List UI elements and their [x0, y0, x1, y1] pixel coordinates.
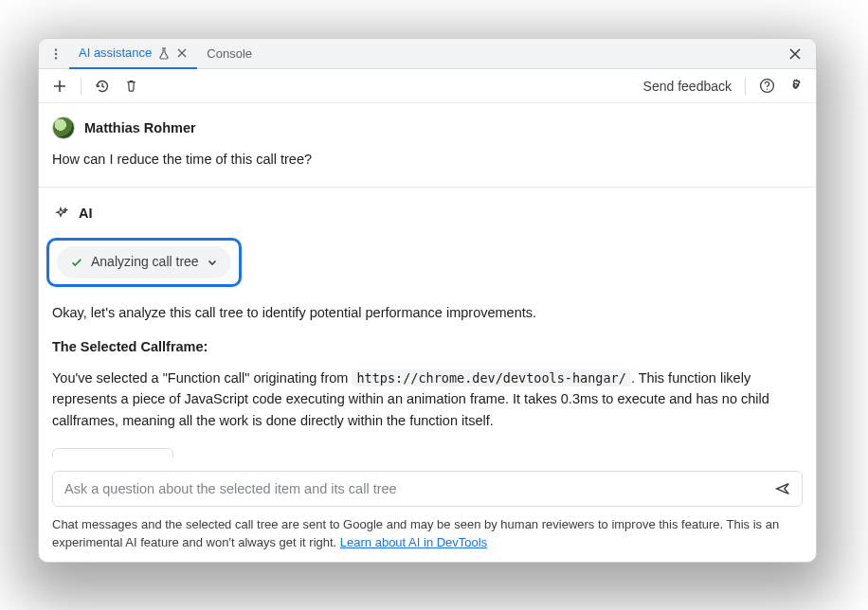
input-box: [52, 471, 803, 507]
more-tabs-icon[interactable]: [46, 45, 65, 63]
username: Matthias Rohmer: [84, 117, 196, 138]
ai-body: You've selected a "Function call" origin…: [52, 368, 803, 431]
settings-button[interactable]: [782, 73, 808, 99]
history-button[interactable]: [89, 73, 116, 99]
new-chat-button[interactable]: [46, 73, 73, 99]
tab-label: AI assistance: [79, 45, 152, 60]
svg-point-1: [55, 52, 57, 54]
chat-content: Matthias Rohmer How can I reduce the tim…: [39, 103, 816, 458]
divider: [81, 78, 81, 95]
send-button[interactable]: [771, 477, 794, 500]
divider: [745, 78, 746, 95]
ai-heading: The Selected Callframe:: [52, 336, 803, 357]
svg-point-2: [55, 57, 57, 59]
ai-intro: Okay, let's analyze this call tree to id…: [52, 302, 803, 323]
tab-label: Console: [207, 46, 252, 61]
url-code: https://chrome.dev/devtools-hangar/: [352, 369, 630, 386]
divider: [39, 187, 816, 188]
user-header: Matthias Rohmer: [52, 117, 803, 139]
delete-button[interactable]: [118, 73, 144, 99]
learn-more-link[interactable]: Learn about AI in DevTools: [340, 535, 487, 549]
analysis-status-chip[interactable]: Analyzing call tree: [57, 246, 231, 278]
avatar: [52, 117, 75, 139]
tab-console[interactable]: Console: [197, 39, 262, 69]
input-row: [52, 471, 803, 507]
ai-header: AI: [52, 203, 803, 224]
close-panel-icon[interactable]: [784, 43, 806, 65]
chat-input[interactable]: [64, 481, 764, 496]
function-call-chip[interactable]: Function call: [52, 448, 173, 458]
chevron-down-icon: [207, 257, 218, 268]
ai-body-before: You've selected a "Function call" origin…: [52, 370, 352, 386]
check-icon: [70, 256, 83, 269]
tab-ai-assistance[interactable]: AI assistance: [69, 39, 197, 69]
tab-bar: AI assistance Console: [39, 39, 816, 69]
experiment-icon: [157, 46, 171, 60]
status-label: Analyzing call tree: [91, 252, 199, 273]
status-highlight: Analyzing call tree: [46, 238, 242, 287]
sparkle-icon: [52, 206, 69, 223]
disclaimer: Chat messages and the selected call tree…: [39, 512, 816, 562]
chip-label: Function call: [86, 455, 161, 458]
toolbar: Send feedback: [39, 69, 816, 103]
close-tab-icon[interactable]: [176, 47, 188, 59]
svg-point-0: [55, 48, 57, 50]
send-feedback-link[interactable]: Send feedback: [638, 79, 737, 94]
help-button[interactable]: [753, 73, 780, 99]
ai-label: AI: [79, 203, 93, 224]
devtools-panel: AI assistance Console Send feedback: [38, 38, 817, 563]
svg-point-4: [766, 89, 767, 90]
user-message: How can I reduce the time of this call t…: [52, 149, 803, 170]
